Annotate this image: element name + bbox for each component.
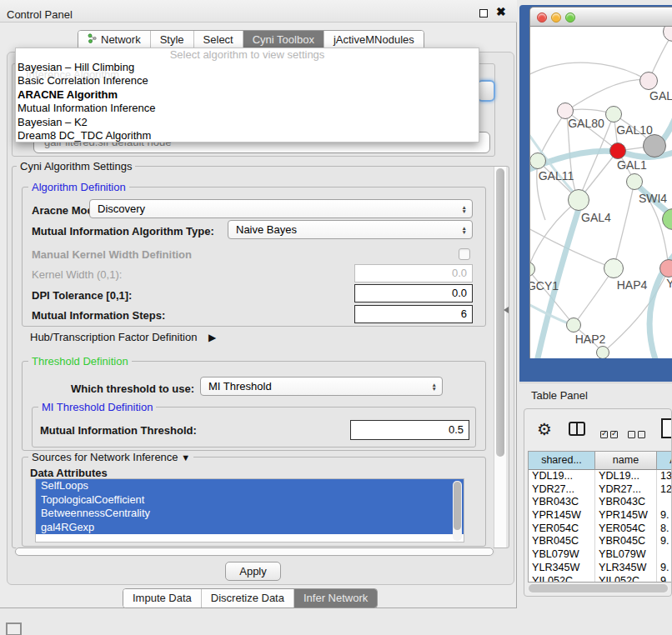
tab-network[interactable]: Network <box>78 31 150 49</box>
table-row[interactable]: YDR27...YDR27...12 <box>529 483 672 497</box>
node-label-gcy1: GCY1 <box>529 279 559 292</box>
network-node[interactable] <box>643 134 666 158</box>
table-row[interactable]: YBR045CYBR045C9. <box>529 535 672 548</box>
tab-label: Infer Network <box>303 589 368 608</box>
cyni-algorithm-settings-title: Cyni Algorithm Settings <box>17 160 135 172</box>
manual-kernel-checkbox[interactable] <box>459 248 470 260</box>
table-row[interactable]: YIL052CYIL052C9. <box>529 575 672 583</box>
node-label-gal: GAL <box>649 89 672 102</box>
network-node[interactable] <box>529 152 546 169</box>
node-table[interactable]: shared...nameA YDL19...YDL19...13YDR27..… <box>528 451 672 582</box>
window-minimize-icon[interactable] <box>551 12 561 22</box>
apply-button[interactable]: Apply <box>225 562 281 581</box>
tab-style[interactable]: Style <box>150 31 193 49</box>
spinner-arrows-icon: ▲▼ <box>432 382 442 391</box>
attribute-item-gal4rgexp[interactable]: gal4RGexp <box>36 521 464 535</box>
table-row[interactable]: YPR145WYPR145W9. <box>529 509 672 522</box>
table-cell: YLR345W <box>595 562 657 575</box>
node-label-gal80: GAL80 <box>568 117 604 130</box>
attribute-item-selfloops[interactable]: SelfLoops <box>36 479 464 493</box>
tab-label: Network <box>101 31 141 49</box>
settings-vertical-scrollbar[interactable] <box>494 167 506 548</box>
table-cell: YDL19... <box>595 470 657 483</box>
minimized-panel-chip[interactable] <box>6 622 22 635</box>
network-node[interactable] <box>568 189 589 211</box>
attribute-item-topologicalcoefficient[interactable]: TopologicalCoefficient <box>36 493 464 508</box>
mi-threshold-input[interactable]: 0.5 <box>350 420 469 440</box>
tab-label: Style <box>160 31 184 49</box>
sources-title[interactable]: Sources for Network Inference ▼ <box>28 451 193 463</box>
network-node[interactable] <box>566 318 581 332</box>
table-cell <box>657 496 672 509</box>
split-collapse-icon[interactable] <box>504 307 509 313</box>
table-row[interactable]: YBL079WYBL079W <box>529 548 672 562</box>
settings-horizontal-scrollbar[interactable] <box>14 547 495 557</box>
table-row[interactable]: YBR043CYBR043C <box>529 496 672 509</box>
dpi-tolerance-input[interactable]: 0.0 <box>354 284 473 302</box>
hub-definition-expander[interactable]: Hub/Transcription Factor Definition ▶ <box>30 331 216 343</box>
table-cell: YDR27... <box>595 483 657 497</box>
show-all-columns-icon[interactable]: ✓✓ <box>600 427 620 442</box>
network-node[interactable] <box>605 106 622 122</box>
document-icon[interactable] <box>660 418 672 439</box>
table-row[interactable]: YER054CYER054C8. <box>529 522 672 536</box>
table-cell: 9. <box>657 509 672 522</box>
network-canvas[interactable]: GALGAL80GAL10GAL1GAL11SWI4GAL4GCY1HAP4YH… <box>529 27 672 358</box>
table-cell: 9. <box>657 575 672 583</box>
screen: Control Panel ✖ NetworkStyleSelectCyni T… <box>0 0 672 635</box>
columns-icon[interactable] <box>569 422 585 436</box>
chevron-right-icon: ▶ <box>208 332 216 343</box>
table-horizontal-scrollbar-thumb[interactable] <box>529 584 668 592</box>
cyni-bottom-tabbar: Impute DataDiscretize DataInfer Network <box>123 588 378 608</box>
control-panel-titlebar <box>0 0 517 22</box>
network-node[interactable] <box>604 258 624 278</box>
column-header-a[interactable]: A <box>657 452 672 470</box>
table-row[interactable]: YDL19...YDL19...13 <box>529 470 672 483</box>
tab-label: Discretize Data <box>211 589 284 608</box>
gear-icon[interactable]: ⚙ <box>537 419 552 439</box>
algorithm-option-bayesian-k2[interactable]: Bayesian – K2 <box>16 116 479 129</box>
table-row[interactable]: YLR345WYLR345W9. <box>529 562 672 575</box>
close-icon[interactable]: ✖ <box>496 5 506 18</box>
attributes-scrollbar-thumb[interactable] <box>454 482 461 530</box>
aracne-mode-combo[interactable]: Discovery ▲▼ <box>89 199 473 218</box>
kernel-width-input[interactable]: 0.0 <box>354 264 473 282</box>
algorithm-definition-title: Algorithm Definition <box>28 181 129 193</box>
algorithm-option-mutual-information-inference[interactable]: Mutual Information Inference <box>16 102 479 115</box>
mi-steps-input[interactable]: 6 <box>354 305 473 323</box>
tab-discretize-data[interactable]: Discretize Data <box>201 589 293 608</box>
hide-all-columns-icon[interactable] <box>628 427 648 442</box>
table-horizontal-scrollbar[interactable] <box>528 583 669 593</box>
tab-label: Impute Data <box>133 589 192 608</box>
column-header-name[interactable]: name <box>595 452 657 470</box>
window-close-icon[interactable] <box>537 12 547 22</box>
network-node[interactable] <box>639 72 658 90</box>
tab-cyni-toolbox[interactable]: Cyni Toolbox <box>243 31 323 49</box>
node-label-hap4: HAP4 <box>617 278 648 292</box>
which-threshold-combo[interactable]: MI Threshold ▲▼ <box>200 377 443 396</box>
tab-select[interactable]: Select <box>193 31 243 49</box>
column-header-shared[interactable]: shared... <box>529 452 595 470</box>
data-attributes-list[interactable]: SelfLoopsTopologicalCoefficientBetweenne… <box>35 478 464 542</box>
tab-jactivemnodules[interactable]: jActiveMNodules <box>323 31 424 49</box>
sources-title-text: Sources for Network Inference <box>32 451 178 463</box>
algorithm-dropdown-popup: Select algorithm to view settings Bayesi… <box>15 48 479 142</box>
mi-type-combo[interactable]: Naive Bayes ▲▼ <box>228 220 473 239</box>
tab-impute-data[interactable]: Impute Data <box>123 589 201 608</box>
attributes-scrollbar[interactable] <box>453 481 462 541</box>
tab-infer-network[interactable]: Infer Network <box>293 589 377 608</box>
settings-horizontal-scrollbar-thumb[interactable] <box>15 548 494 556</box>
mi-threshold-label: Mutual Information Threshold: <box>40 424 197 437</box>
network-node[interactable] <box>659 259 672 278</box>
algorithm-combo-arrow-button[interactable] <box>477 80 495 102</box>
float-panel-icon[interactable] <box>479 9 488 18</box>
attribute-item-betweennesscentrality[interactable]: BetweennessCentrality <box>36 507 464 521</box>
window-zoom-icon[interactable] <box>565 12 575 22</box>
algorithm-option-aracne-algorithm[interactable]: ARACNE Algorithm <box>16 88 479 102</box>
network-node[interactable] <box>626 173 643 190</box>
node-label-gal1: GAL1 <box>617 158 647 172</box>
network-node[interactable] <box>609 142 626 159</box>
algorithm-option-dream8-dc-tdc-algorithm[interactable]: Dream8 DC_TDC Algorithm <box>16 129 479 142</box>
network-node[interactable] <box>596 346 609 358</box>
network-window-titlebar[interactable] <box>529 7 672 27</box>
